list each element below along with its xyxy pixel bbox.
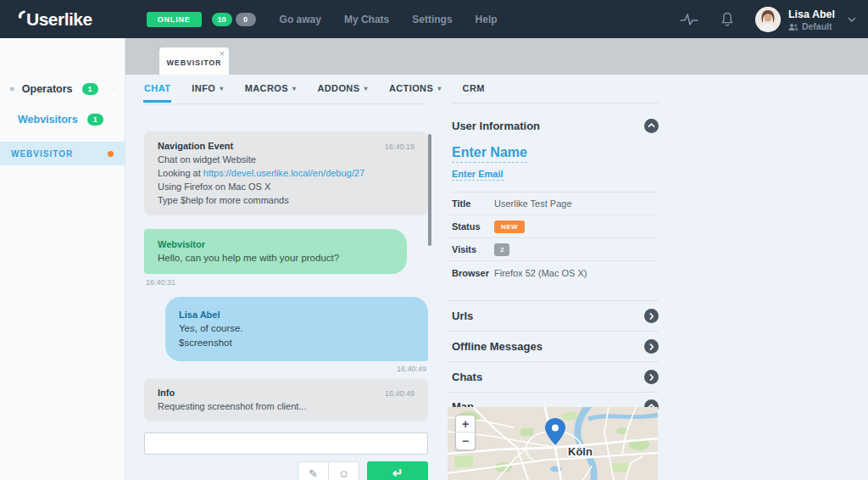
nav-item-go-away[interactable]: Go away bbox=[280, 14, 321, 25]
top-navbar: Userlike ONLINE 10 0 Go away My Chats Se… bbox=[0, 0, 868, 38]
map-zoom-in-button[interactable]: + bbox=[456, 416, 475, 433]
edit-button[interactable]: ✎ bbox=[298, 461, 329, 480]
visited-url-link[interactable]: https://devel.userlike.local/en/debug/27 bbox=[203, 168, 364, 178]
message-body: Requesting screenshot from client... bbox=[158, 399, 415, 413]
chevron-right-icon bbox=[114, 85, 114, 93]
subtab-macros[interactable]: MACROS▾ bbox=[245, 83, 297, 93]
message-timestamp: 16:40:19 bbox=[385, 142, 415, 151]
message-composer: ✎ ☺ ↵ bbox=[144, 433, 428, 480]
main-content: CHAT INFO▾ MACROS▾ ADDONS▾ ACTIONS▾ CRM … bbox=[125, 75, 868, 480]
tab-close-icon[interactable]: × bbox=[220, 48, 225, 59]
divider bbox=[452, 103, 659, 103]
message-title: Info bbox=[158, 386, 175, 399]
enter-email-link[interactable]: Enter Email bbox=[452, 169, 504, 181]
notifications-bell-icon[interactable] bbox=[720, 11, 735, 27]
field-value: Firefox 52 (Mac OS X) bbox=[494, 268, 587, 278]
message-author: Webvisitor bbox=[158, 238, 393, 251]
user-avatar bbox=[755, 7, 781, 32]
field-row-status: Status NEW bbox=[448, 215, 659, 238]
counter-online-badge[interactable]: 10 bbox=[212, 13, 232, 26]
webvisitors-count-badge: 1 bbox=[87, 114, 103, 126]
session-label: WEBVISITOR bbox=[11, 149, 73, 159]
chat-transcript: Navigation Event 16:40:19 Chat on widget… bbox=[144, 131, 428, 480]
unread-indicator-dot bbox=[108, 151, 114, 157]
expand-section-button[interactable] bbox=[644, 370, 659, 384]
sidebar: Operators 1 Webvisitors 1 WEBVISITOR bbox=[0, 38, 125, 480]
message-body: Chat on widget Website Looking at https:… bbox=[158, 153, 415, 207]
app-logo[interactable]: Userlike bbox=[17, 8, 92, 31]
status-new-badge: NEW bbox=[494, 220, 525, 233]
subtab-actions[interactable]: ACTIONS▾ bbox=[389, 83, 442, 93]
dropdown-caret-icon: ▾ bbox=[292, 85, 296, 92]
collapse-section-button[interactable] bbox=[644, 119, 659, 133]
chat-scrollbar[interactable] bbox=[428, 134, 431, 246]
field-label: Status bbox=[452, 221, 494, 232]
sidebar-item-operators[interactable]: Operators 1 bbox=[0, 74, 125, 104]
subtab-info[interactable]: INFO▾ bbox=[192, 83, 223, 93]
expand-section-button[interactable] bbox=[644, 309, 659, 323]
team-icon bbox=[788, 23, 798, 31]
subtab-divider bbox=[144, 103, 426, 104]
user-name: Lisa Abel bbox=[788, 8, 835, 20]
subtab-chat[interactable]: CHAT bbox=[144, 83, 170, 93]
section-title: User Information bbox=[452, 120, 540, 132]
section-user-information: User Information bbox=[448, 117, 659, 134]
chevron-right-icon bbox=[649, 373, 654, 381]
counter-queued-badge[interactable]: 0 bbox=[236, 13, 256, 26]
section-title: Offline Messages bbox=[452, 340, 542, 353]
section-title: Urls bbox=[452, 310, 473, 322]
section-chats[interactable]: Chats bbox=[448, 361, 659, 392]
enter-name-link[interactable]: Enter Name bbox=[452, 145, 527, 163]
expand-section-button[interactable] bbox=[644, 339, 659, 354]
sidebar-item-label: Webvisitors bbox=[18, 114, 78, 126]
nav-item-settings[interactable]: Settings bbox=[412, 14, 452, 25]
map[interactable]: Köln + − bbox=[448, 407, 658, 480]
message-author: Lisa Abel bbox=[179, 308, 415, 321]
message-timestamp: 16:40:49 bbox=[146, 365, 426, 373]
field-row-visits: Visits 2 bbox=[448, 238, 659, 261]
map-city-label: Köln bbox=[568, 445, 593, 458]
nav-item-my-chats[interactable]: My Chats bbox=[344, 14, 389, 25]
message-title: Navigation Event bbox=[158, 139, 233, 153]
tab-label: WEBVISITOR bbox=[167, 59, 222, 67]
app-window: Userlike ONLINE 10 0 Go away My Chats Se… bbox=[0, 0, 868, 480]
user-team: Default bbox=[788, 21, 835, 32]
map-zoom-control: + − bbox=[455, 415, 476, 450]
sidebar-item-webvisitor-session[interactable]: WEBVISITOR bbox=[0, 142, 125, 165]
pencil-icon: ✎ bbox=[309, 467, 318, 480]
chevron-down-icon bbox=[848, 17, 856, 22]
status-badge[interactable]: ONLINE bbox=[147, 12, 202, 27]
field-label: Visits bbox=[452, 244, 494, 254]
tab-webvisitor[interactable]: WEBVISITOR × bbox=[159, 47, 229, 75]
send-button[interactable]: ↵ bbox=[367, 461, 428, 480]
dropdown-caret-icon: ▾ bbox=[437, 85, 441, 92]
map-zoom-out-button[interactable]: − bbox=[456, 433, 475, 449]
section-offline-messages[interactable]: Offline Messages bbox=[448, 331, 659, 361]
field-label: Browser bbox=[452, 268, 494, 278]
activity-pulse-icon[interactable] bbox=[679, 12, 699, 27]
nav-item-help[interactable]: Help bbox=[476, 14, 498, 25]
panel-sections: Urls Offline Messages Chats bbox=[448, 300, 659, 420]
message-timestamp: 16:40:49 bbox=[385, 389, 415, 398]
message-input[interactable] bbox=[144, 433, 428, 455]
chat-message-info: Info 16:40:49 Requesting screenshot from… bbox=[144, 378, 428, 421]
visits-count-badge: 2 bbox=[494, 243, 509, 256]
emoji-button[interactable]: ☺ bbox=[328, 461, 359, 480]
chevron-right-icon bbox=[649, 312, 654, 320]
field-row-browser: Browser Firefox 52 (Mac OS X) bbox=[448, 261, 659, 284]
chat-message-navigation-event: Navigation Event 16:40:19 Chat on widget… bbox=[144, 131, 428, 215]
chat-message-visitor: Webvisitor Hello, can you help me with y… bbox=[144, 229, 407, 274]
slot-counters: 10 0 bbox=[212, 13, 256, 26]
send-return-icon: ↵ bbox=[392, 466, 403, 480]
sidebar-item-label: Operators bbox=[22, 83, 73, 95]
operators-icon bbox=[10, 81, 14, 98]
sidebar-item-webvisitors[interactable]: Webvisitors 1 bbox=[0, 104, 125, 135]
emoji-icon: ☺ bbox=[338, 467, 349, 480]
user-menu[interactable]: Lisa Abel Default bbox=[755, 6, 856, 32]
dropdown-caret-icon: ▾ bbox=[364, 85, 367, 92]
subtab-bar: CHAT INFO▾ MACROS▾ ADDONS▾ ACTIONS▾ CRM bbox=[144, 83, 485, 93]
subtab-addons[interactable]: ADDONS▾ bbox=[317, 83, 368, 93]
field-label: Title bbox=[452, 198, 494, 209]
section-urls[interactable]: Urls bbox=[448, 300, 659, 331]
visitor-info-panel: User Information Enter Name Enter Email … bbox=[448, 75, 659, 480]
